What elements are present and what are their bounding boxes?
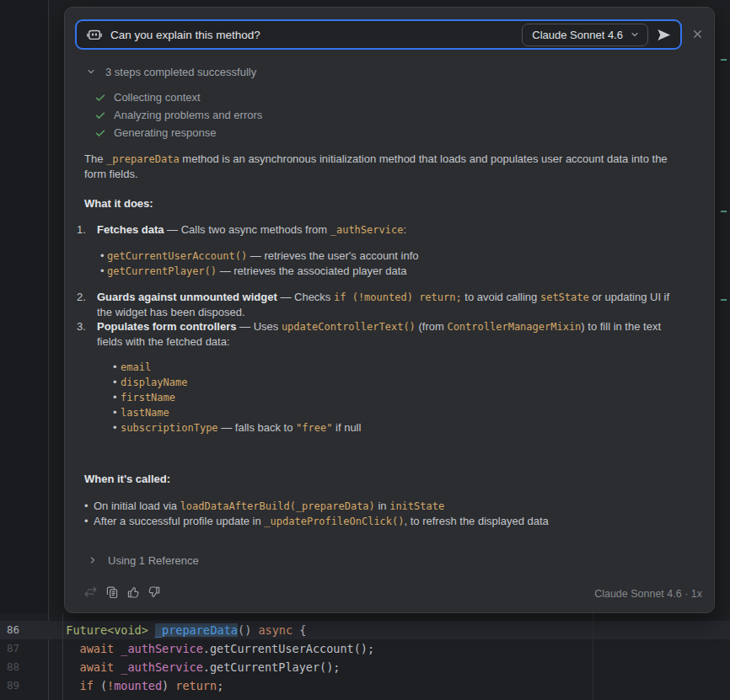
chevron-down-icon bbox=[630, 29, 640, 40]
list-item: •firstName bbox=[113, 390, 682, 405]
list-item: •getCurrentPlayer() — retrieves the asso… bbox=[100, 264, 682, 279]
scrollbar-mark[interactable] bbox=[721, 299, 727, 301]
text-segment: Fetches data bbox=[97, 223, 164, 236]
editor-gutter-column bbox=[0, 0, 48, 613]
bullet-marker: • bbox=[113, 360, 121, 375]
thumbs-down-button[interactable] bbox=[148, 585, 161, 599]
ai-robot-icon bbox=[87, 27, 102, 42]
code-token: .getCurrentUserAccount(); bbox=[203, 642, 374, 655]
list-item: •lastName bbox=[113, 405, 682, 420]
list-item-text: subscriptionType — falls back to "free" … bbox=[121, 420, 361, 435]
code-token bbox=[52, 679, 80, 692]
line-number[interactable]: 88 bbox=[7, 658, 35, 676]
step-label: Collecting context bbox=[114, 91, 201, 104]
close-icon bbox=[691, 28, 704, 40]
model-usage-note: Claude Sonnet 4.6 · 1x bbox=[594, 588, 702, 600]
inline-code: loadDataAfterBuild(_prepareData) bbox=[180, 500, 375, 512]
scrollbar-mark[interactable] bbox=[721, 59, 727, 61]
code-token: async bbox=[258, 623, 293, 637]
code-token: if bbox=[80, 679, 94, 692]
steps-summary-toggle[interactable]: 3 steps completed successfully bbox=[86, 65, 256, 78]
copy-button[interactable] bbox=[105, 585, 119, 599]
code-token bbox=[52, 623, 66, 637]
code-line[interactable]: 86 Future<void> _prepareData() async { bbox=[0, 621, 730, 639]
list-item-text: email bbox=[121, 360, 151, 375]
code-token: Future<void> bbox=[66, 623, 148, 637]
code-editor[interactable]: 86 Future<void> _prepareData() async {87… bbox=[0, 621, 730, 695]
code-token: ( bbox=[94, 679, 107, 692]
list-item-text: Guards against unmounted widget — Checks… bbox=[97, 290, 684, 319]
text-segment: — Calls two async methods from bbox=[164, 223, 330, 236]
list-item-text: getCurrentUserAccount() — retrieves the … bbox=[107, 248, 419, 264]
code-token: await bbox=[80, 660, 115, 674]
text-segment: in bbox=[375, 500, 389, 512]
send-button[interactable] bbox=[656, 27, 672, 43]
code-token: _prepare bbox=[155, 623, 210, 637]
bullet-marker: • bbox=[113, 390, 121, 405]
bullet-list: •email•displayName•firstName•lastName•su… bbox=[113, 360, 682, 435]
steps-summary-label: 3 steps completed successfully bbox=[105, 66, 256, 78]
bullet-marker: • bbox=[113, 405, 121, 420]
list-item-text: Fetches data — Calls two async methods f… bbox=[97, 222, 684, 238]
text-segment: — retrieves the user's account info bbox=[247, 249, 418, 262]
inline-code: displayName bbox=[121, 377, 187, 388]
check-icon bbox=[94, 127, 106, 139]
line-number[interactable]: 87 bbox=[7, 639, 35, 658]
inline-code: firstName bbox=[121, 392, 175, 403]
code-line[interactable]: 89 if (!mounted) return; bbox=[0, 676, 730, 695]
steps-list: Collecting contextAnalyzing problems and… bbox=[94, 88, 262, 142]
code-token: mounted bbox=[114, 679, 162, 692]
references-label: Using 1 Reference bbox=[108, 554, 199, 567]
bullet-marker: • bbox=[113, 420, 121, 435]
inline-code: if (!mounted) return; bbox=[334, 291, 462, 303]
list-number: 3. bbox=[75, 319, 97, 349]
right-margin-guide bbox=[593, 613, 593, 700]
inline-code: initState bbox=[389, 500, 444, 512]
code-token: _authService bbox=[121, 642, 203, 655]
code-text: if (!mounted) return; bbox=[52, 676, 223, 695]
code-line[interactable]: 87 await _authService.getCurrentUserAcco… bbox=[0, 639, 730, 658]
retry-icon bbox=[83, 585, 98, 599]
close-button[interactable] bbox=[691, 28, 704, 40]
thumbs-down-icon bbox=[148, 585, 161, 599]
list-item: •displayName bbox=[113, 375, 682, 390]
code-text: Future<void> _prepareData() async { bbox=[52, 621, 306, 639]
gutter-divider bbox=[48, 0, 49, 700]
list-item: •subscriptionType — falls back to "free"… bbox=[113, 420, 682, 435]
list-item: •email bbox=[113, 360, 682, 375]
retry-button[interactable] bbox=[83, 585, 98, 599]
thumbs-up-button[interactable] bbox=[126, 585, 140, 599]
inline-code: lastName bbox=[121, 407, 169, 419]
model-selector[interactable]: Claude Sonnet 4.6 bbox=[522, 24, 648, 46]
code-text: await _authService.getCurrentUserAccount… bbox=[52, 639, 374, 658]
list-item-text: getCurrentPlayer() — retrieves the assoc… bbox=[107, 264, 407, 279]
text-segment: Populates form controllers bbox=[97, 320, 236, 333]
code-token bbox=[148, 623, 155, 637]
line-number[interactable]: 86 bbox=[7, 621, 35, 639]
code-token: ! bbox=[107, 679, 114, 692]
code-token bbox=[52, 660, 80, 674]
response-actions bbox=[83, 585, 161, 599]
prompt-input[interactable]: Can you explain this method? Claude Sonn… bbox=[75, 19, 682, 50]
inline-code: _prepareData bbox=[106, 153, 180, 165]
prompt-text[interactable]: Can you explain this method? bbox=[110, 29, 522, 41]
bullet-list: •On initial load via loadDataAfterBuild(… bbox=[84, 499, 684, 529]
list-number: 1. bbox=[75, 222, 97, 238]
code-token: _authService bbox=[121, 660, 203, 674]
bullet-marker: • bbox=[100, 248, 107, 264]
list-item-text: Populates form controllers — Uses update… bbox=[97, 319, 684, 349]
references-toggle[interactable]: Using 1 Reference bbox=[88, 553, 199, 567]
scrollbar-mark[interactable] bbox=[721, 211, 727, 212]
chevron-down-icon bbox=[86, 67, 96, 77]
text-segment: to avoid calling bbox=[462, 291, 540, 303]
list-item: •getCurrentUserAccount() — retrieves the… bbox=[100, 248, 682, 264]
chevron-right-icon bbox=[88, 555, 98, 565]
list-item-text: displayName bbox=[121, 375, 187, 390]
list-item-text: After a successful profile update in _up… bbox=[94, 514, 549, 529]
numbered-item: 3.Populates form controllers — Uses upda… bbox=[75, 319, 684, 349]
step-item: Collecting context bbox=[94, 88, 262, 106]
code-line[interactable]: 88 await _authService.getCurrentPlayer()… bbox=[0, 658, 730, 676]
line-number[interactable]: 89 bbox=[7, 676, 35, 695]
list-item-text: lastName bbox=[121, 405, 169, 420]
code-text: await _authService.getCurrentPlayer(); bbox=[52, 658, 340, 676]
